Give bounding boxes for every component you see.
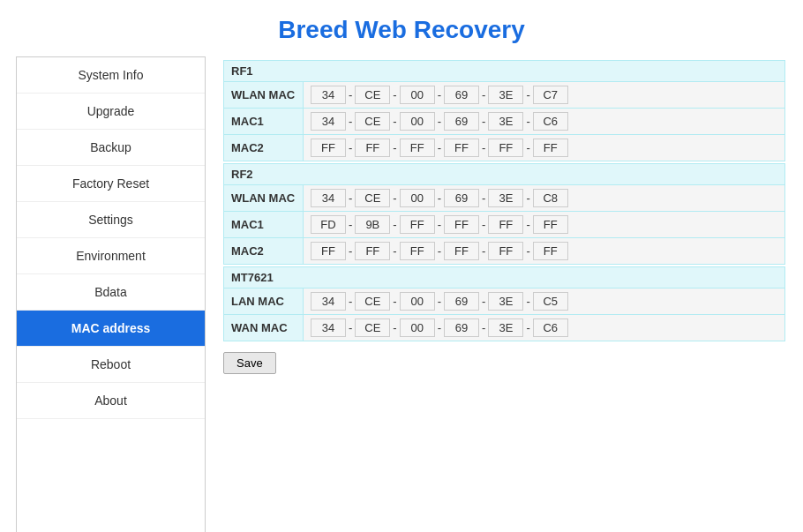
- mac-octet-input[interactable]: [311, 112, 346, 131]
- mac-octet-input[interactable]: [444, 292, 479, 311]
- mac-octet-input[interactable]: [488, 189, 523, 207]
- mac-octet-input[interactable]: [533, 318, 568, 337]
- mac-dash: -: [390, 218, 399, 231]
- sidebar-item-settings[interactable]: Settings: [17, 202, 205, 238]
- sidebar-item-backup[interactable]: Backup: [17, 130, 205, 166]
- mac-octet-input[interactable]: [533, 189, 568, 207]
- mac-row-label: WAN MAC: [224, 315, 304, 341]
- mac-row-label: MAC2: [224, 238, 304, 264]
- mac-row: LAN MAC-----: [224, 288, 784, 315]
- mac-dash: -: [346, 88, 355, 101]
- mac-octet-input[interactable]: [355, 189, 390, 207]
- mac-octet-input[interactable]: [355, 86, 390, 104]
- mac-dash: -: [523, 244, 532, 258]
- save-button[interactable]: Save: [223, 352, 276, 374]
- main-content: RF1WLAN MAC-----MAC1-----MAC2-----RF2WLA…: [206, 56, 803, 532]
- mac-octet-input[interactable]: [311, 318, 346, 337]
- mac-row-label: MAC2: [224, 135, 304, 161]
- mac-octet-input[interactable]: [444, 318, 479, 337]
- sidebar-item-reboot[interactable]: Reboot: [17, 347, 205, 383]
- mac-octet-input[interactable]: [488, 292, 523, 311]
- mac-octet-input[interactable]: [444, 112, 479, 131]
- mac-row-inputs: -----: [304, 135, 784, 161]
- mac-octet-input[interactable]: [311, 242, 346, 260]
- mac-octet-input[interactable]: [355, 112, 390, 131]
- mac-dash: -: [523, 321, 532, 334]
- mac-row-label: MAC1: [224, 109, 304, 134]
- mac-octet-input[interactable]: [488, 242, 523, 260]
- mac-octet-input[interactable]: [400, 318, 435, 337]
- mac-row: WLAN MAC-----: [224, 185, 784, 212]
- mac-dash: -: [390, 115, 399, 128]
- mac-dash: -: [346, 115, 355, 128]
- mac-row: MAC1-----: [224, 109, 784, 135]
- section-title: MT7621: [224, 267, 784, 288]
- mac-dash: -: [346, 218, 355, 231]
- mac-dash: -: [390, 191, 399, 205]
- mac-octet-input[interactable]: [400, 215, 435, 234]
- mac-row-inputs: -----: [304, 315, 784, 341]
- mac-row-inputs: -----: [304, 185, 784, 211]
- sidebar-item-system-info[interactable]: System Info: [17, 57, 205, 94]
- mac-dash: -: [435, 141, 444, 154]
- mac-dash: -: [435, 88, 444, 101]
- mac-dash: -: [479, 191, 488, 205]
- mac-dash: -: [479, 88, 488, 101]
- sidebar-item-environment[interactable]: Environment: [17, 238, 205, 274]
- mac-octet-input[interactable]: [400, 189, 435, 207]
- mac-row-inputs: -----: [304, 109, 784, 134]
- mac-octet-input[interactable]: [311, 215, 346, 234]
- mac-dash: -: [435, 218, 444, 231]
- sidebar-item-factory-reset[interactable]: Factory Reset: [17, 166, 205, 202]
- sidebar-item-mac-address[interactable]: MAC address: [17, 311, 205, 347]
- mac-row-inputs: -----: [304, 238, 784, 264]
- mac-octet-input[interactable]: [533, 112, 568, 131]
- mac-octet-input[interactable]: [311, 86, 346, 104]
- mac-octet-input[interactable]: [488, 215, 523, 234]
- mac-octet-input[interactable]: [444, 189, 479, 207]
- mac-dash: -: [390, 321, 399, 334]
- sidebar-item-bdata[interactable]: Bdata: [17, 274, 205, 311]
- mac-octet-input[interactable]: [533, 215, 568, 234]
- mac-octet-input[interactable]: [533, 242, 568, 260]
- mac-octet-input[interactable]: [488, 139, 523, 157]
- mac-dash: -: [523, 141, 532, 154]
- mac-section-mt7621: MT7621LAN MAC-----WAN MAC-----: [223, 266, 785, 341]
- mac-dash: -: [435, 115, 444, 128]
- mac-dash: -: [435, 321, 444, 334]
- mac-octet-input[interactable]: [488, 86, 523, 104]
- mac-dash: -: [479, 218, 488, 231]
- mac-dash: -: [523, 115, 532, 128]
- mac-dash: -: [523, 295, 532, 308]
- mac-octet-input[interactable]: [444, 215, 479, 234]
- mac-dash: -: [435, 191, 444, 205]
- mac-octet-input[interactable]: [444, 242, 479, 260]
- mac-octet-input[interactable]: [311, 189, 346, 207]
- mac-octet-input[interactable]: [311, 139, 346, 157]
- mac-dash: -: [523, 88, 532, 101]
- mac-dash: -: [346, 295, 355, 308]
- mac-octet-input[interactable]: [400, 292, 435, 311]
- mac-octet-input[interactable]: [355, 292, 390, 311]
- mac-octet-input[interactable]: [400, 86, 435, 104]
- mac-dash: -: [390, 295, 399, 308]
- sidebar-item-upgrade[interactable]: Upgrade: [17, 94, 205, 130]
- mac-octet-input[interactable]: [400, 112, 435, 131]
- mac-octet-input[interactable]: [444, 86, 479, 104]
- sidebar-item-about[interactable]: About: [17, 383, 205, 419]
- mac-octet-input[interactable]: [533, 139, 568, 157]
- mac-octet-input[interactable]: [355, 242, 390, 260]
- mac-octet-input[interactable]: [355, 215, 390, 234]
- mac-octet-input[interactable]: [533, 86, 568, 104]
- mac-octet-input[interactable]: [488, 318, 523, 337]
- mac-octet-input[interactable]: [533, 292, 568, 311]
- mac-octet-input[interactable]: [488, 112, 523, 131]
- mac-dash: -: [390, 244, 399, 258]
- mac-octet-input[interactable]: [355, 318, 390, 337]
- mac-octet-input[interactable]: [311, 292, 346, 311]
- mac-octet-input[interactable]: [444, 139, 479, 157]
- mac-octet-input[interactable]: [355, 139, 390, 157]
- mac-dash: -: [346, 191, 355, 205]
- mac-octet-input[interactable]: [400, 139, 435, 157]
- mac-octet-input[interactable]: [400, 242, 435, 260]
